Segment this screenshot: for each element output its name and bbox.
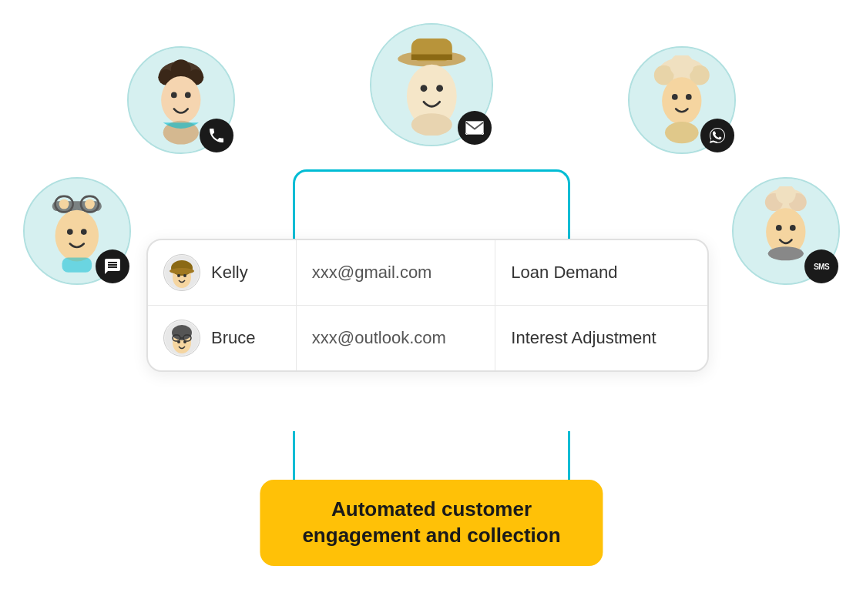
svg-point-31 [67,229,73,235]
character-whatsapp [628,46,736,154]
main-scene: SMS [0,0,863,616]
cta-text: Automated customer engagement and collec… [302,497,560,549]
svg-rect-33 [62,258,92,273]
chat-badge-icon [96,249,129,283]
svg-point-14 [171,92,177,99]
data-table-card: Kelly xxx@gmail.com Loan Demand [146,239,709,372]
svg-point-41 [790,225,796,231]
svg-point-23 [686,94,692,100]
kelly-name: Kelly [211,263,248,283]
email-badge-icon [458,111,492,145]
cta-box: Automated customer engagement and collec… [260,480,603,566]
sms-badge-icon: SMS [804,249,838,283]
svg-point-28 [55,210,99,262]
bruce-avatar [163,320,200,357]
svg-point-12 [171,59,191,79]
svg-point-39 [768,247,804,261]
svg-point-46 [177,274,180,277]
svg-point-6 [411,113,452,136]
bruce-email: xxx@outlook.com [296,306,495,371]
svg-point-5 [436,85,443,92]
svg-point-45 [170,268,194,274]
svg-point-54 [177,340,180,343]
kelly-avatar [163,254,200,291]
connector-top [293,169,570,246]
svg-point-40 [776,225,782,231]
svg-point-55 [183,340,186,343]
whatsapp-badge-icon [700,119,734,152]
bruce-topic: Interest Adjustment [495,306,707,371]
svg-point-32 [81,229,87,235]
svg-point-13 [161,76,200,124]
character-chat [23,177,131,285]
svg-point-29 [59,199,69,209]
svg-point-15 [185,92,191,99]
character-email [370,23,493,146]
svg-point-22 [672,94,678,100]
table-row: Kelly xxx@gmail.com Loan Demand [148,240,707,306]
table-row: Bruce xxx@outlook.com Interest Adjustmen… [148,306,707,371]
svg-rect-2 [411,54,452,59]
svg-point-24 [665,122,699,143]
svg-point-21 [662,77,701,125]
svg-point-47 [183,274,186,277]
character-sms: SMS [732,177,840,285]
character-phone [127,46,235,154]
phone-badge-icon [200,119,233,152]
kelly-email: xxx@gmail.com [296,240,495,306]
kelly-topic: Loan Demand [495,240,707,306]
bruce-name: Bruce [211,328,255,348]
svg-point-30 [85,199,95,209]
svg-point-4 [420,85,427,92]
